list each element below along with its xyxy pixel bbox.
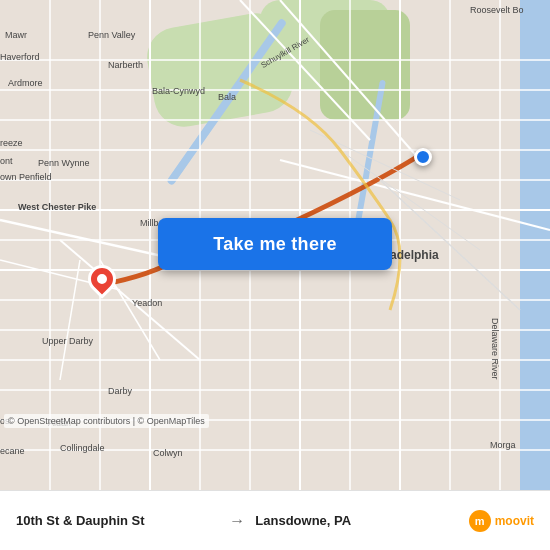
origin-marker [414, 148, 432, 166]
park-area-3 [320, 10, 410, 120]
moovit-icon: m [469, 510, 491, 532]
destination-label: Lansdowne, PA [255, 513, 458, 528]
map-attribution: © OpenStreetMap contributors | © OpenMap… [4, 414, 209, 428]
bottom-bar: 10th St & Dauphin St → Lansdowne, PA m m… [0, 490, 550, 550]
origin-label: 10th St & Dauphin St [16, 513, 219, 528]
moovit-logo: m moovit [469, 510, 534, 532]
take-me-there-button[interactable]: Take me there [158, 218, 392, 270]
destination-marker [88, 265, 116, 301]
direction-arrow: → [229, 512, 245, 530]
delaware-river [520, 0, 550, 490]
moovit-name: moovit [495, 514, 534, 528]
map-container: Mawr Haverford Ardmore Penn Valley Narbe… [0, 0, 550, 490]
take-me-there-label: Take me there [213, 234, 337, 255]
